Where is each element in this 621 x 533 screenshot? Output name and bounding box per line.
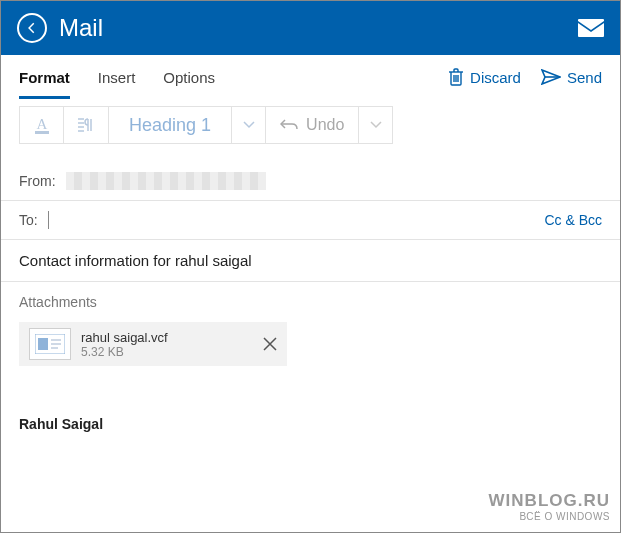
font-tools: A xyxy=(19,106,109,144)
close-icon xyxy=(263,337,277,351)
watermark-line2: ВСЁ О WINDOWS xyxy=(489,511,610,522)
attachment-name: rahul saigal.vcf xyxy=(81,330,168,345)
send-icon xyxy=(541,69,561,85)
svg-text:A: A xyxy=(36,116,47,132)
font-color-icon: A xyxy=(32,114,52,136)
to-label: To: xyxy=(19,212,38,228)
to-input[interactable] xyxy=(48,211,545,229)
attachment-info: rahul saigal.vcf 5.32 KB xyxy=(81,330,168,359)
compose-actions: Discard Send xyxy=(448,68,602,86)
from-row: From: xyxy=(1,162,620,201)
svg-rect-3 xyxy=(38,338,48,350)
vcard-icon xyxy=(29,328,71,360)
undo-icon xyxy=(280,118,298,132)
format-toolbar: A Heading 1 Undo xyxy=(1,100,620,154)
back-button[interactable] xyxy=(17,13,47,43)
to-row: To: Cc & Bcc xyxy=(1,201,620,240)
style-dropdown-chevron[interactable] xyxy=(231,107,265,143)
signature-line: Rahul Saigal xyxy=(19,416,602,432)
discard-button[interactable]: Discard xyxy=(448,68,521,86)
svg-rect-4 xyxy=(51,339,61,341)
from-label: From: xyxy=(19,173,56,189)
arrow-left-icon xyxy=(25,21,39,35)
tab-insert[interactable]: Insert xyxy=(98,55,136,99)
undo-dropdown-chevron[interactable] xyxy=(358,107,392,143)
tab-format[interactable]: Format xyxy=(19,55,70,99)
watermark: WINBLOG.RU ВСЁ О WINDOWS xyxy=(489,491,610,522)
paragraph-button[interactable] xyxy=(64,107,108,143)
remove-attachment-button[interactable] xyxy=(263,337,277,351)
ribbon-tabs: Format Insert Options xyxy=(19,55,215,99)
font-color-button[interactable]: A xyxy=(20,107,64,143)
attachment-size: 5.32 KB xyxy=(81,345,168,359)
chevron-down-icon xyxy=(370,121,382,129)
svg-rect-5 xyxy=(51,343,61,345)
compose-pane: Format Insert Options Discard Send A xyxy=(1,55,620,532)
undo-button[interactable]: Undo xyxy=(266,107,358,143)
trash-icon xyxy=(448,68,464,86)
style-dropdown-label: Heading 1 xyxy=(109,115,231,136)
subject-field[interactable]: Contact information for rahul saigal xyxy=(1,240,620,282)
svg-rect-6 xyxy=(51,347,58,349)
undo-group: Undo xyxy=(265,106,393,144)
discard-label: Discard xyxy=(470,69,521,86)
app-title: Mail xyxy=(59,14,103,42)
style-dropdown[interactable]: Heading 1 xyxy=(108,106,266,144)
ribbon-tabs-row: Format Insert Options Discard Send xyxy=(1,55,620,100)
cc-bcc-link[interactable]: Cc & Bcc xyxy=(544,212,602,228)
send-button[interactable]: Send xyxy=(541,69,602,86)
title-bar: Mail xyxy=(1,1,620,55)
from-value-redacted xyxy=(66,172,266,190)
svg-rect-1 xyxy=(35,131,49,134)
undo-label: Undo xyxy=(306,116,344,134)
mail-icon xyxy=(578,19,604,37)
send-label: Send xyxy=(567,69,602,86)
watermark-line1: WINBLOG.RU xyxy=(489,491,610,511)
paragraph-icon xyxy=(76,117,96,133)
message-body[interactable]: Rahul Saigal xyxy=(1,366,620,432)
attachment-item[interactable]: rahul saigal.vcf 5.32 KB xyxy=(19,322,287,366)
chevron-down-icon xyxy=(243,121,255,129)
attachments-label: Attachments xyxy=(1,282,620,318)
tab-options[interactable]: Options xyxy=(163,55,215,99)
